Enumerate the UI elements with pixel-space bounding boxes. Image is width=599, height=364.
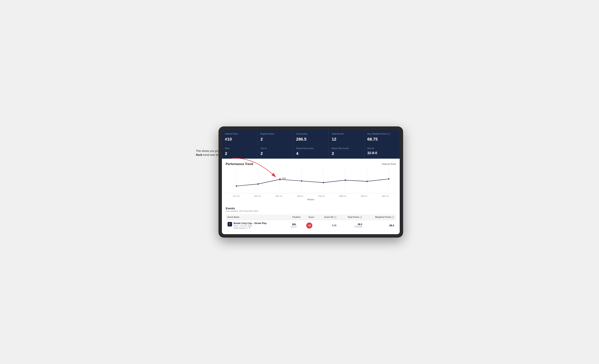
info-icon-event-sg: i: [334, 216, 336, 218]
stat-stroke-play-events: Stroke Play Events 4: [293, 144, 328, 159]
month-oct23: OCT 23: [226, 195, 247, 197]
events-last-updated: Last updated: 24th November 2023: [226, 210, 396, 212]
info-icon-weighted-points: i: [392, 216, 394, 218]
tablet-frame: National Rank #10 Regional Rank 2 Scorin…: [219, 126, 403, 238]
stat-regional-rank: Regional Rank 2: [257, 130, 293, 144]
month-dec23: DEC 23: [268, 195, 290, 197]
stat-match-play-events: Match Play Events 2: [329, 144, 364, 159]
events-table-header: Event Name Position Score Event SG i: [226, 214, 396, 220]
event-date: Oct 9 - Oct 10, 2023: [234, 225, 266, 227]
score-badge: -22: [306, 222, 312, 229]
svg-point-10: [257, 183, 259, 185]
svg-point-11: [279, 178, 281, 180]
event-weighted-points: 28.3: [364, 220, 396, 231]
performance-section: Performance Trend National Rank: [222, 159, 400, 204]
svg-text:#10: #10: [282, 177, 286, 179]
col-position: Position: [286, 214, 302, 220]
annotation-text: This shows you your National Rank trend …: [196, 149, 234, 157]
events-table-body: 🏌 Buster Cozy Cup – Stroke Play Oct 9 - …: [226, 220, 396, 231]
col-event-sg: Event SG i: [316, 214, 338, 220]
event-total-points: 28.3 3 Rounds: [338, 220, 364, 231]
chart-axis-label: Months: [226, 198, 396, 204]
stats-grid-row1: National Rank #10 Regional Rank 2 Scorin…: [222, 130, 400, 144]
svg-point-13: [323, 182, 324, 183]
stat-top3s: Top 3s 2: [257, 144, 293, 159]
performance-title: Performance Trend: [226, 162, 253, 166]
tablet-screen: National Rank #10 Regional Rank 2 Scorin…: [222, 130, 400, 234]
col-event-name: Event Name: [226, 214, 286, 220]
chart-container: #10: [226, 169, 396, 193]
event-sg: 0.45: [316, 220, 338, 231]
month-apr24: APR 24: [353, 195, 375, 197]
performance-label: National Rank: [382, 163, 396, 165]
stats-grid-row2: Wins 2 Top 3s 2 Stroke Play Events 4 Mat…: [222, 144, 400, 159]
table-row: 🏌 Buster Cozy Cup – Stroke Play Oct 9 - …: [226, 220, 396, 231]
performance-header: Performance Trend National Rank: [226, 162, 396, 166]
info-icon-total-points: i: [360, 216, 362, 218]
col-total-points: Total Points i: [338, 214, 364, 220]
event-icon: 🏌: [228, 222, 232, 226]
stat-avg-weighted-points: Avg. Weighted Points i 68.75: [364, 130, 400, 144]
svg-point-14: [345, 179, 346, 181]
event-info-cell: 🏌 Buster Cozy Cup – Stroke Play Oct 9 - …: [226, 220, 286, 231]
event-rank-impact: Rank Impact: 3: [234, 227, 266, 229]
col-weighted-points: Weighted Points i: [364, 214, 396, 220]
content-area: National Rank #10 Regional Rank 2 Scorin…: [222, 130, 400, 234]
event-position: 6th out of 7: [286, 220, 302, 231]
month-mar24: MAR 24: [332, 195, 353, 197]
month-feb24: FEB 24: [311, 195, 332, 197]
stat-national-rank: National Rank #10: [222, 130, 257, 144]
stat-total-rounds: Total Rounds 12: [329, 130, 364, 144]
event-score: -22: [302, 220, 316, 231]
chart-months: OCT 23 NOV 23 DEC 23 JAN 24 FEB 24 MAR 2…: [226, 194, 396, 198]
events-section: Events Last updated: 24th November 2023 …: [222, 204, 400, 234]
chevron-down-icon[interactable]: [249, 227, 250, 228]
event-name: Buster Cozy Cup – Stroke Play: [234, 222, 266, 225]
col-score: Score: [302, 214, 316, 220]
stat-scoring-avg: Scoring Avg. 286.5: [293, 130, 328, 144]
svg-point-9: [236, 185, 237, 186]
events-table: Event Name Position Score Event SG i: [226, 214, 396, 231]
month-may24: MAY 24: [375, 195, 396, 197]
performance-chart: #10: [226, 169, 396, 193]
svg-point-15: [366, 181, 368, 182]
info-icon-avg-weighted: i: [388, 133, 390, 135]
events-title: Events: [226, 207, 396, 210]
svg-point-16: [388, 178, 389, 179]
stat-record: Record 32-8-0: [364, 144, 400, 159]
month-nov23: NOV 23: [247, 195, 268, 197]
svg-point-12: [301, 180, 302, 181]
month-jan24: JAN 24: [290, 195, 311, 197]
